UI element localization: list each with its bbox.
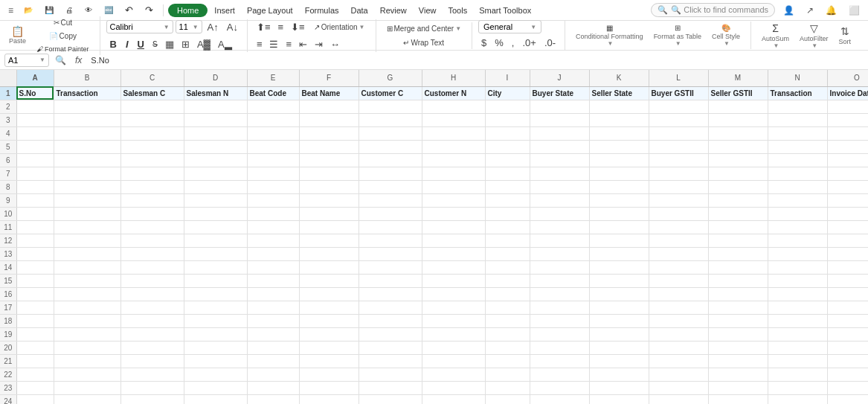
italic-button[interactable]: I: [122, 37, 132, 51]
cell-H18[interactable]: [422, 314, 485, 327]
cell-H7[interactable]: [422, 167, 485, 180]
cell-O17[interactable]: [827, 301, 868, 314]
cell-N24[interactable]: [768, 394, 827, 404]
cell-G15[interactable]: [359, 274, 422, 287]
cell-L14[interactable]: [649, 260, 708, 274]
cell-B5[interactable]: [54, 140, 120, 153]
cell-G7[interactable]: [359, 167, 422, 180]
cell-B13[interactable]: [54, 247, 120, 260]
cell-C19[interactable]: [120, 327, 184, 341]
cell-I22[interactable]: [485, 368, 530, 381]
cell-H20[interactable]: [422, 341, 485, 354]
cell-J20[interactable]: [530, 341, 589, 354]
cell-L9[interactable]: [649, 193, 708, 207]
cell-M24[interactable]: [708, 394, 768, 404]
cell-E9[interactable]: [247, 193, 299, 207]
cell-N6[interactable]: [768, 153, 827, 167]
cell-F15[interactable]: [299, 274, 359, 287]
row-num-13[interactable]: 13: [0, 247, 16, 260]
cell-F12[interactable]: [299, 234, 359, 247]
cell-M8[interactable]: [708, 180, 768, 193]
cell-F18[interactable]: [299, 314, 359, 327]
cell-N15[interactable]: [768, 274, 827, 287]
cell-F14[interactable]: [299, 260, 359, 274]
align-center-icon[interactable]: ☰: [266, 36, 281, 52]
cell-L21[interactable]: [649, 354, 708, 368]
cell-A21[interactable]: [16, 354, 54, 368]
cell-D17[interactable]: [184, 301, 247, 314]
cell-J18[interactable]: [530, 314, 589, 327]
cell-style-button[interactable]: 🎨 Cell Style ▼: [707, 22, 745, 49]
cell-G3[interactable]: [359, 113, 422, 126]
cell-A20[interactable]: [16, 341, 54, 354]
cell-D7[interactable]: [184, 167, 247, 180]
cell-E14[interactable]: [247, 260, 299, 274]
cell-D18[interactable]: [184, 314, 247, 327]
cell-G9[interactable]: [359, 193, 422, 207]
cell-H10[interactable]: [422, 207, 485, 220]
cell-A13[interactable]: [16, 247, 54, 260]
cell-B17[interactable]: [54, 301, 120, 314]
increase-font-icon[interactable]: A↑: [205, 19, 222, 35]
cell-M6[interactable]: [708, 153, 768, 167]
cell-C12[interactable]: [120, 234, 184, 247]
cell-N9[interactable]: [768, 193, 827, 207]
cell-A4[interactable]: [16, 126, 54, 140]
cell-M3[interactable]: [708, 113, 768, 126]
cell-E19[interactable]: [247, 327, 299, 341]
cell-M21[interactable]: [708, 354, 768, 368]
cell-I17[interactable]: [485, 301, 530, 314]
cell-H12[interactable]: [422, 234, 485, 247]
cell-I5[interactable]: [485, 140, 530, 153]
cell-E17[interactable]: [247, 301, 299, 314]
cell-G8[interactable]: [359, 180, 422, 193]
border-icon[interactable]: ▦: [162, 36, 177, 52]
row-num-10[interactable]: 10: [0, 207, 16, 220]
cell-M16[interactable]: [708, 287, 768, 301]
cell-G19[interactable]: [359, 327, 422, 341]
share-icon[interactable]: ↗: [803, 4, 817, 17]
cell-G23[interactable]: [359, 381, 422, 394]
cell-H13[interactable]: [422, 247, 485, 260]
search-box[interactable]: 🔍 🔍 Click to find commands: [651, 3, 775, 17]
cell-M2[interactable]: [708, 100, 768, 113]
cell-H9[interactable]: [422, 193, 485, 207]
cell-F4[interactable]: [299, 126, 359, 140]
cell-A24[interactable]: [16, 394, 54, 404]
cell-J13[interactable]: [530, 247, 589, 260]
cell-K19[interactable]: [589, 327, 649, 341]
cell-B21[interactable]: [54, 354, 120, 368]
format-as-table-button[interactable]: ⊞ Format as Table ▼: [649, 22, 706, 49]
cell-B8[interactable]: [54, 180, 120, 193]
cell-N22[interactable]: [768, 368, 827, 381]
cell-C2[interactable]: [120, 100, 184, 113]
cell-B1[interactable]: Transaction: [54, 86, 120, 100]
cell-M22[interactable]: [708, 368, 768, 381]
cell-F22[interactable]: [299, 368, 359, 381]
row-num-12[interactable]: 12: [0, 234, 16, 247]
cell-G11[interactable]: [359, 220, 422, 234]
cell-C17[interactable]: [120, 301, 184, 314]
cell-F16[interactable]: [299, 287, 359, 301]
menu-item-home[interactable]: Home: [168, 4, 208, 17]
cell-C7[interactable]: [120, 167, 184, 180]
cell-M15[interactable]: [708, 274, 768, 287]
user-icon[interactable]: 👤: [779, 4, 798, 17]
cell-K18[interactable]: [589, 314, 649, 327]
cell-O2[interactable]: [827, 100, 868, 113]
menu-item-tools[interactable]: Tools: [443, 4, 472, 17]
cell-L1[interactable]: Buyer GSTII: [649, 86, 708, 100]
col-header-o[interactable]: O: [827, 70, 868, 86]
cell-L16[interactable]: [649, 287, 708, 301]
row-num-2[interactable]: 2: [0, 100, 16, 113]
indent-increase-icon[interactable]: ⇥: [312, 36, 326, 52]
cell-G4[interactable]: [359, 126, 422, 140]
cell-J22[interactable]: [530, 368, 589, 381]
cell-O16[interactable]: [827, 287, 868, 301]
cell-B23[interactable]: [54, 381, 120, 394]
cell-A7[interactable]: [16, 167, 54, 180]
cell-A6[interactable]: [16, 153, 54, 167]
menu-item-print[interactable]: 🖨: [60, 4, 78, 16]
decrease-font-icon[interactable]: A↓: [224, 19, 241, 35]
cell-D11[interactable]: [184, 220, 247, 234]
